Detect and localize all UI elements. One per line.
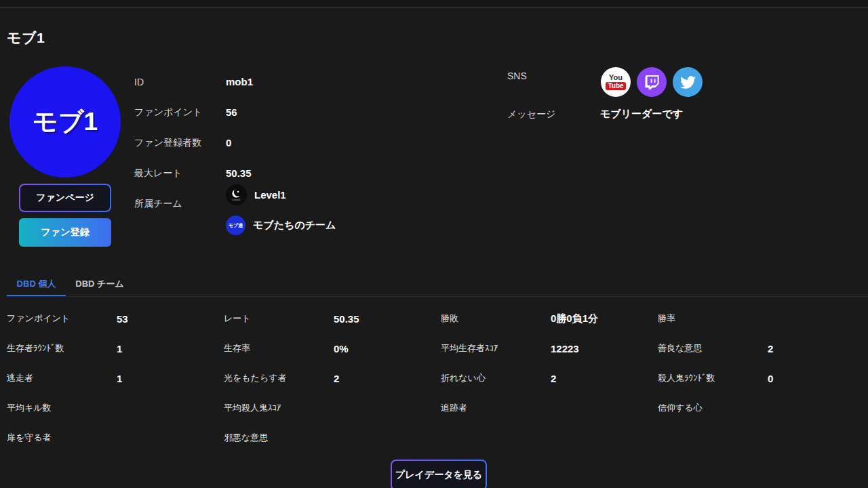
stat-label: 勝率 [658, 312, 768, 325]
stat-label: 平均キル数 [7, 402, 117, 414]
field-label: ID [134, 77, 226, 87]
field-value: mob1 [226, 76, 253, 87]
team-logo-caption: モブ達 [229, 222, 243, 229]
stat-label: 逃走者 [7, 372, 117, 384]
stat-label: 折れない心 [441, 372, 551, 384]
team-name: モブたちのチーム [253, 219, 336, 232]
stat-value: 2 [768, 343, 773, 354]
stat-cell-lightbringer: 光をもたらす者 2 [224, 363, 441, 393]
tab-bar: DBD 個人 DBD チーム [7, 272, 134, 297]
stat-value: 2 [551, 373, 556, 384]
team-logo-mobutachi-icon: モブ達 [226, 216, 245, 235]
field-label: 所属チーム [134, 198, 226, 210]
stat-cell-survival-rate: 生存率 0% [224, 333, 441, 363]
stat-value: 2 [334, 373, 339, 384]
stat-cell-survivor-rounds: 生存者ﾗｳﾝﾄﾞ数 1 [7, 333, 224, 363]
team-logo-caption: Level1 [233, 199, 241, 201]
stat-cell-devout: 信仰する心 [658, 393, 868, 423]
stat-cell-win-loss: 勝敗 0勝0負1分 [441, 304, 658, 333]
field-value: 50.35 [226, 167, 252, 179]
fan-register-button[interactable]: ファン登録 [19, 218, 111, 247]
stat-cell-avg-kills: 平均キル数 [7, 393, 224, 423]
stat-label: ファンポイント [7, 312, 117, 325]
stat-cell-gatekeeper: 扉を守る者 [7, 423, 224, 453]
stat-label: 平均生存者ｽｺｱ [441, 342, 551, 354]
stat-cell-avg-survivor-score: 平均生存者ｽｺｱ 12223 [441, 333, 658, 363]
stat-cell-benevolent: 善良な意思 2 [658, 333, 868, 363]
stat-cell-avg-killer-score: 平均殺人鬼ｽｺｱ [224, 393, 441, 423]
stat-value: 1 [117, 373, 122, 384]
stats-grid: ファンポイント 53 レート 50.35 勝敗 0勝0負1分 勝率 生存者ﾗｳﾝ… [7, 304, 868, 453]
avatar-text: モブ1 [33, 105, 98, 139]
stat-label: 平均殺人鬼ｽｺｱ [224, 402, 334, 414]
team-row-level1[interactable]: Level1 Level1 [226, 184, 336, 205]
tab-dbd-team[interactable]: DBD チーム [66, 272, 134, 297]
stat-value: 50.35 [334, 313, 359, 325]
stat-value: 0% [334, 343, 349, 354]
stat-label: 善良な意思 [658, 342, 768, 354]
tab-dbd-personal[interactable]: DBD 個人 [7, 272, 66, 297]
view-play-data-button[interactable]: プレイデータを見る [391, 460, 487, 488]
stat-label: 信仰する心 [658, 402, 768, 414]
stat-label: 勝敗 [441, 312, 551, 325]
stat-label: 殺人鬼ﾗｳﾝﾄﾞ数 [658, 372, 768, 384]
stat-cell-escaper: 逃走者 1 [7, 363, 224, 393]
team-name: Level1 [254, 189, 286, 201]
stat-label: 追跡者 [441, 402, 551, 414]
stat-cell-win-rate: 勝率 [658, 304, 868, 333]
field-value: 0 [226, 137, 231, 148]
sns-label: SNS [507, 70, 527, 81]
stat-value: 0勝0負1分 [551, 312, 598, 325]
youtube-icon[interactable]: You Tube [601, 67, 631, 97]
field-row-fan-subscribers: ファン登録者数 0 [134, 127, 253, 158]
field-row-id: ID mob1 [134, 66, 253, 97]
stat-cell-killer-rounds: 殺人鬼ﾗｳﾝﾄﾞ数 0 [658, 363, 868, 393]
stat-label: 邪悪な意思 [224, 432, 334, 444]
tab-divider [7, 296, 868, 297]
stat-cell-rate: レート 50.35 [224, 304, 441, 333]
message-label: メッセージ [507, 108, 555, 121]
fan-page-button[interactable]: ファンページ [19, 184, 111, 212]
page-title: モブ1 [7, 28, 45, 47]
youtube-logo-text-top: You [609, 74, 623, 81]
stat-cell-unbroken: 折れない心 2 [441, 363, 658, 393]
avatar: モブ1 [9, 66, 121, 178]
field-value: 56 [226, 106, 237, 118]
stat-label: 生存者ﾗｳﾝﾄﾞ数 [7, 342, 117, 354]
stat-value: 1 [117, 343, 122, 354]
youtube-logo-text-bottom: Tube [606, 82, 625, 90]
stat-label: レート [224, 312, 334, 325]
stat-value: 12223 [551, 343, 579, 354]
stat-label: 光をもたらす者 [224, 372, 334, 384]
field-row-fan-points: ファンポイント 56 [134, 97, 253, 127]
team-row-mobutachi[interactable]: モブ達 モブたちのチーム [226, 216, 336, 235]
twitch-glyph [645, 75, 659, 89]
message-value: モブリーダーです [600, 108, 683, 121]
twitter-icon[interactable] [673, 67, 703, 97]
field-label: ファンポイント [134, 106, 226, 119]
stat-value: 0 [768, 373, 773, 384]
stat-value: 53 [117, 313, 128, 325]
field-label: ファン登録者数 [134, 137, 226, 149]
top-bar [0, 0, 868, 8]
stat-cell-chaser: 追跡者 [441, 393, 658, 423]
stat-cell-malicious: 邪悪な意思 [224, 423, 441, 453]
team-logo-glyph [231, 188, 241, 199]
team-logo-level1-icon: Level1 [226, 184, 247, 205]
stat-cell-fan-points: ファンポイント 53 [7, 304, 224, 333]
field-label: 最大レート [134, 167, 226, 180]
stat-label: 扉を守る者 [7, 432, 117, 444]
team-list: Level1 Level1 モブ達 モブたちのチーム [226, 184, 336, 245]
twitter-glyph [680, 75, 696, 90]
stat-label: 生存率 [224, 342, 334, 354]
twitch-icon[interactable] [637, 67, 667, 97]
